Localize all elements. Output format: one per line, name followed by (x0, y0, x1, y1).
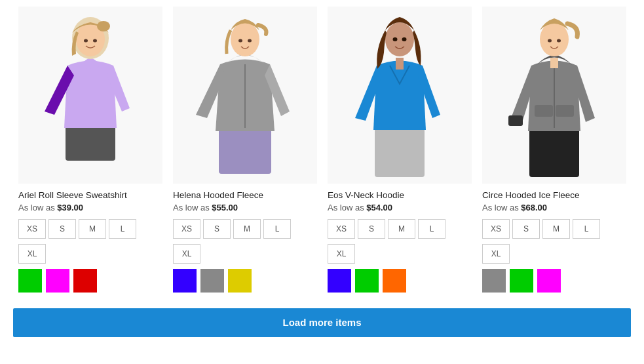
color-swatch-blue-2[interactable] (173, 269, 197, 293)
svg-point-6 (93, 39, 97, 43)
size-m-2[interactable]: M (233, 219, 261, 239)
svg-rect-23 (535, 105, 553, 117)
size-xl-4[interactable]: XL (482, 244, 510, 264)
size-buttons-4: XS S M L (482, 219, 626, 239)
svg-point-18 (402, 37, 407, 41)
color-swatch-magenta-1[interactable] (46, 269, 69, 293)
svg-point-4 (97, 21, 110, 31)
product-card-1: Ariel Roll Sleeve Sweatshirt As low as $… (13, 7, 168, 293)
product-name-2: Helena Hooded Fleece (173, 190, 317, 200)
product-name-4: Circe Hooded Ice Fleece (482, 190, 626, 200)
svg-point-16 (385, 22, 414, 56)
color-swatch-orange-3[interactable] (383, 269, 406, 293)
size-s-2[interactable]: S (203, 219, 231, 239)
size-xs-1[interactable]: XS (18, 219, 46, 239)
size-xs-3[interactable]: XS (328, 219, 355, 239)
product-price-1: As low as $39.00 (18, 203, 162, 212)
svg-rect-1 (66, 125, 115, 161)
product-card-3: Eos V-Neck Hoodie As low as $54.00 XS S … (322, 7, 477, 293)
color-swatches-3 (328, 269, 472, 293)
svg-point-26 (540, 22, 569, 56)
color-swatch-yellow-2[interactable] (228, 269, 252, 293)
size-l-4[interactable]: L (573, 219, 600, 239)
size-xl-2[interactable]: XL (173, 244, 200, 264)
product-name-3: Eos V-Neck Hoodie (328, 190, 472, 200)
size-s-4[interactable]: S (512, 219, 540, 239)
product-price-4: As low as $68.00 (482, 203, 626, 212)
product-name-1: Ariel Roll Sleeve Sweatshirt (18, 190, 162, 200)
product-image-3 (328, 7, 472, 184)
svg-rect-25 (550, 58, 558, 68)
color-swatches-2 (173, 269, 317, 293)
svg-rect-15 (396, 58, 404, 70)
color-swatches-1 (18, 269, 162, 293)
color-swatch-blue-3[interactable] (328, 269, 351, 293)
product-card-2: Helena Hooded Fleece As low as $55.00 XS… (168, 7, 322, 293)
color-swatch-green-4[interactable] (510, 269, 533, 293)
product-price-3: As low as $54.00 (328, 203, 472, 212)
size-xl-3[interactable]: XL (328, 244, 355, 264)
product-card-4: Circe Hooded Ice Fleece As low as $68.00… (477, 7, 632, 293)
svg-rect-24 (556, 105, 574, 117)
size-xl-1[interactable]: XL (18, 244, 46, 264)
size-s-1[interactable]: S (48, 219, 76, 239)
size-m-1[interactable]: M (79, 219, 106, 239)
svg-rect-21 (508, 115, 523, 126)
product-price-2: As low as $55.00 (173, 203, 317, 212)
size-s-3[interactable]: S (358, 219, 385, 239)
color-swatch-green-1[interactable] (18, 269, 42, 293)
size-m-4[interactable]: M (542, 219, 570, 239)
size-buttons-1: XS S M L (18, 219, 162, 239)
svg-point-12 (248, 39, 252, 43)
color-swatch-magenta-4[interactable] (537, 269, 561, 293)
color-swatch-gray-4[interactable] (482, 269, 506, 293)
size-m-3[interactable]: M (388, 219, 415, 239)
color-swatch-red-1[interactable] (73, 269, 97, 293)
svg-point-28 (557, 39, 561, 43)
size-l-3[interactable]: L (418, 219, 445, 239)
product-image-1 (18, 7, 162, 184)
color-swatches-4 (482, 269, 626, 293)
svg-point-27 (548, 39, 552, 43)
svg-rect-14 (375, 128, 425, 177)
color-swatch-green-3[interactable] (355, 269, 379, 293)
size-xs-2[interactable]: XS (173, 219, 200, 239)
svg-point-11 (238, 39, 242, 43)
product-image-4 (482, 7, 626, 184)
size-xs-4[interactable]: XS (482, 219, 510, 239)
color-swatch-gray-2[interactable] (200, 269, 224, 293)
svg-rect-20 (529, 128, 579, 177)
product-grid: Ariel Roll Sleeve Sweatshirt As low as $… (13, 7, 631, 293)
size-buttons-3: XS S M L (328, 219, 472, 239)
product-image-2 (173, 7, 317, 184)
svg-point-10 (231, 22, 259, 56)
load-more-button[interactable]: Load more items (13, 308, 631, 337)
svg-point-17 (393, 37, 398, 41)
size-l-1[interactable]: L (109, 219, 136, 239)
size-l-2[interactable]: L (263, 219, 291, 239)
size-buttons-2: XS S M L (173, 219, 317, 239)
svg-rect-8 (219, 128, 271, 174)
svg-point-5 (84, 39, 88, 43)
